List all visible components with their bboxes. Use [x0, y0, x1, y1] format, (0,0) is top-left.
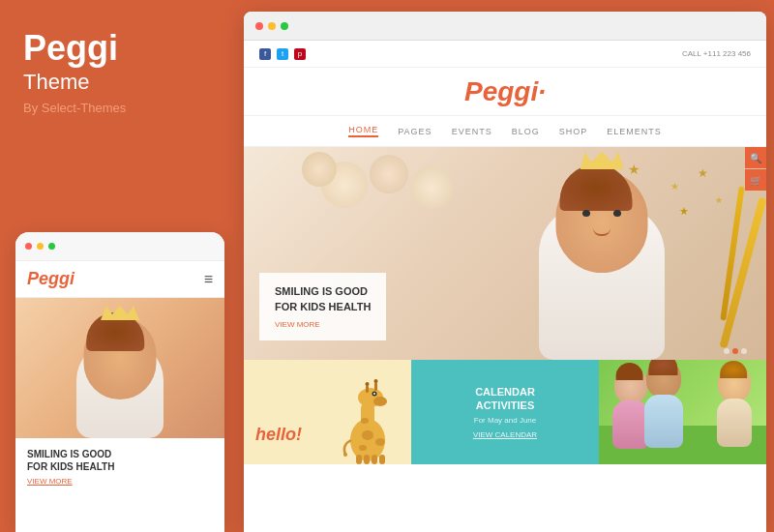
hero-baby: [515, 157, 689, 360]
search-cart-icon[interactable]: 🔍: [745, 147, 766, 168]
nav-item-home[interactable]: HOME: [348, 125, 378, 137]
cart-icon-wrapper: 🔍 🛒: [745, 147, 766, 191]
twitter-icon[interactable]: t: [277, 48, 288, 60]
calendar-title: CALENDARACTIVITIES: [475, 385, 535, 413]
hero-view-more[interactable]: VIEW MORE: [275, 320, 371, 329]
kids-photo: [599, 360, 766, 464]
brand-byline: By Select-Themes: [23, 101, 217, 115]
browser-mockup: f t p CALL +111 223 456 Peggi· HOME PAGE…: [244, 12, 766, 532]
mobile-caption-title: SMILING IS GOODFOR KIDS HEALTH: [27, 448, 213, 473]
site-nav: HOME PAGES EVENTS BLOG SHOP ELEMENTS: [244, 116, 766, 147]
mobile-top-bar: [15, 232, 224, 261]
brand-subtitle: Theme: [23, 70, 217, 95]
svg-point-11: [375, 438, 385, 446]
cart-icon[interactable]: 🛒: [745, 169, 766, 191]
mobile-view-more-link[interactable]: VIEW MORE: [27, 477, 213, 486]
svg-point-12: [359, 445, 367, 451]
hello-text: hello!: [255, 425, 302, 445]
site-top-nav: f t p CALL +111 223 456: [244, 41, 766, 68]
kid-3: [710, 366, 759, 445]
slide-dot-1[interactable]: [724, 348, 729, 354]
grid-cell-calendar: CALENDARACTIVITIES For May and June VIEW…: [411, 360, 598, 464]
svg-point-9: [374, 379, 378, 383]
slide-dot-3[interactable]: [741, 348, 747, 354]
nav-item-elements[interactable]: ELEMENTS: [607, 127, 662, 136]
hero-background: ★ ★ ★ ★ ★ ★: [244, 147, 766, 360]
svg-point-18: [343, 453, 347, 457]
svg-point-10: [362, 430, 373, 440]
svg-rect-17: [379, 455, 385, 464]
nav-item-blog[interactable]: BLOG: [512, 127, 540, 136]
facebook-icon[interactable]: f: [259, 48, 271, 60]
svg-point-3: [373, 397, 387, 406]
site-logo: Peggi·: [464, 76, 546, 107]
grid-cell-kids: [599, 360, 766, 464]
slide-dot-2[interactable]: [732, 348, 738, 354]
mobile-header: Peggi ≡: [15, 261, 224, 298]
brand-title: Peggi: [23, 29, 217, 68]
calendar-link[interactable]: VIEW CALENDAR: [473, 430, 537, 439]
mobile-mockup: Peggi ≡ SMILING IS GOODFOR KIDS HEALTH V…: [15, 232, 224, 532]
calendar-subtitle: For May and June: [474, 416, 536, 425]
giraffe-illustration: [334, 372, 397, 464]
site-hero: ★ ★ ★ ★ ★ ★: [244, 147, 766, 360]
svg-point-5: [373, 393, 375, 395]
site-logo-bar: Peggi·: [244, 68, 766, 116]
svg-rect-14: [356, 455, 362, 464]
browser-dot-red[interactable]: [255, 22, 263, 30]
left-panel: Peggi Theme By Select-Themes Peggi ≡: [0, 0, 240, 532]
mobile-hero-image: [15, 298, 224, 438]
call-text: CALL +111 223 456: [682, 49, 751, 58]
grid-cell-hello: hello!: [244, 360, 411, 464]
nav-item-shop[interactable]: SHOP: [559, 127, 588, 136]
mobile-dot-yellow: [37, 243, 44, 250]
social-icons: f t p: [259, 48, 306, 60]
pinterest-icon[interactable]: p: [294, 48, 306, 60]
hero-headline: SMILING IS GOODFOR KIDS HEALTH: [275, 284, 371, 314]
slider-dots: [724, 348, 747, 354]
svg-rect-6: [366, 385, 369, 393]
browser-top-bar: [244, 12, 766, 41]
mobile-logo: Peggi: [27, 269, 74, 289]
svg-point-13: [361, 418, 369, 424]
mobile-dot-red: [25, 243, 32, 250]
mobile-caption: SMILING IS GOODFOR KIDS HEALTH VIEW MORE: [15, 438, 224, 495]
nav-item-pages[interactable]: PAGES: [398, 127, 432, 136]
mobile-hero: [15, 298, 224, 438]
browser-dot-green[interactable]: [281, 22, 288, 30]
hero-text-overlay: SMILING IS GOODFOR KIDS HEALTH VIEW MORE: [259, 273, 386, 340]
browser-dot-yellow[interactable]: [268, 22, 276, 30]
kid-2: [638, 360, 691, 445]
svg-rect-15: [364, 455, 370, 464]
mobile-dot-green: [48, 243, 55, 250]
svg-point-8: [366, 382, 370, 386]
svg-rect-7: [374, 382, 377, 391]
bottom-grid: hello!: [244, 360, 766, 464]
svg-rect-16: [372, 455, 377, 464]
nav-item-events[interactable]: EVENTS: [452, 127, 492, 136]
mobile-hamburger[interactable]: ≡: [204, 271, 213, 288]
browser-content: f t p CALL +111 223 456 Peggi· HOME PAGE…: [244, 41, 766, 532]
